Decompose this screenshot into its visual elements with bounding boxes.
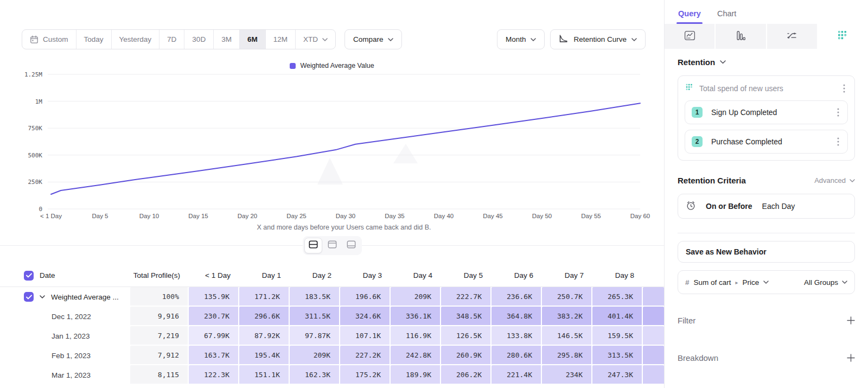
- row-checkbox[interactable]: [24, 292, 34, 302]
- table-row[interactable]: Mar 1, 2023 8,115122.3K151.1K162.3K175.2…: [0, 365, 664, 385]
- table-cell[interactable]: 265.3K: [592, 287, 643, 307]
- column-header-day[interactable]: Day 4: [391, 271, 441, 279]
- chart-top-view-button[interactable]: [323, 238, 341, 253]
- table-cell[interactable]: 364.8K: [492, 307, 542, 326]
- table-row-weighted-average[interactable]: Weighted Average ... 100%135.9K171.2K183…: [0, 287, 664, 307]
- table-cell[interactable]: 295.8K: [542, 346, 592, 365]
- kebab-menu-icon[interactable]: [835, 137, 841, 146]
- table-cell[interactable]: 146.5K: [542, 326, 592, 346]
- table-cell[interactable]: 242.8K: [391, 346, 441, 365]
- table-cell[interactable]: 221.4K: [492, 365, 542, 385]
- split-view-button[interactable]: [304, 238, 322, 253]
- column-header-day[interactable]: Day 3: [340, 271, 391, 279]
- behavior-step-2[interactable]: 2 Purchase Completed: [685, 130, 848, 154]
- table-cell[interactable]: 260.9K: [441, 346, 492, 365]
- table-cell[interactable]: 209K: [391, 287, 441, 307]
- criteria-timing-selector[interactable]: On or Before Each Day: [678, 194, 855, 219]
- advanced-dropdown[interactable]: Advanced: [814, 176, 855, 185]
- table-cell[interactable]: 222.7K: [441, 287, 492, 307]
- bar-chart-tab[interactable]: [716, 24, 767, 49]
- table-cell[interactable]: 87.92K: [239, 326, 290, 346]
- table-cell[interactable]: 324.6K: [340, 307, 391, 326]
- flow-chart-tab[interactable]: [767, 24, 818, 49]
- table-row[interactable]: Dec 1, 2022 9,916230.7K296.6K311.5K324.6…: [0, 307, 664, 326]
- column-header-day[interactable]: < 1 Day: [189, 271, 239, 279]
- total-profiles-cell[interactable]: 9,916: [130, 307, 189, 326]
- range-30d[interactable]: 30D: [184, 30, 214, 49]
- table-cell[interactable]: 383.2K: [542, 307, 592, 326]
- table-cell[interactable]: 250.7K: [542, 287, 592, 307]
- column-header-day[interactable]: Day 2: [290, 271, 340, 279]
- column-header-day[interactable]: Day 1: [239, 271, 290, 279]
- table-cell[interactable]: 116.9K: [391, 326, 441, 346]
- insights-chart-tab[interactable]: [665, 24, 716, 49]
- table-cell[interactable]: 230.7K: [189, 307, 239, 326]
- total-profiles-cell[interactable]: 100%: [130, 287, 189, 307]
- table-cell[interactable]: 183.5K: [290, 287, 340, 307]
- table-cell[interactable]: 206.2K: [441, 365, 492, 385]
- table-cell[interactable]: 311.5K: [290, 307, 340, 326]
- retention-curve-plot[interactable]: 1.25M1M750K500K250K0< 1 DayDay 5Day 10Da…: [0, 57, 664, 237]
- range-7d[interactable]: 7D: [159, 30, 184, 49]
- tab-query[interactable]: Query: [678, 9, 701, 24]
- column-header-day[interactable]: Day 5: [441, 271, 492, 279]
- total-profiles-cell[interactable]: 8,115: [130, 365, 189, 385]
- expand-chevron-icon[interactable]: [40, 295, 45, 298]
- select-all-checkbox[interactable]: [24, 271, 34, 281]
- range-today[interactable]: Today: [76, 30, 112, 49]
- table-cell[interactable]: 163.7K: [189, 346, 239, 365]
- table-cell[interactable]: 135.9K: [189, 287, 239, 307]
- save-as-new-behavior-button[interactable]: Save as New Behavior: [678, 241, 855, 263]
- retention-section-dropdown[interactable]: Retention: [678, 58, 855, 67]
- table-cell[interactable]: 401.4K: [592, 307, 643, 326]
- column-header-date[interactable]: Date: [0, 271, 130, 281]
- granularity-dropdown[interactable]: Month: [497, 29, 545, 49]
- measure-property-dropdown[interactable]: Sum of cart ▸ Price: [694, 278, 769, 287]
- table-cell[interactable]: 189.9K: [391, 365, 441, 385]
- table-cell[interactable]: 151.1K: [239, 365, 290, 385]
- table-cell[interactable]: 296.6K: [239, 307, 290, 326]
- table-cell[interactable]: 162.3K: [290, 365, 340, 385]
- column-header-total-profiles[interactable]: Total Profile(s): [130, 271, 189, 279]
- kebab-menu-icon[interactable]: [841, 84, 847, 93]
- column-header-day[interactable]: Day 6: [492, 271, 542, 279]
- table-cell[interactable]: 348.5K: [441, 307, 492, 326]
- range-xtd[interactable]: XTD: [296, 30, 335, 49]
- kebab-menu-icon[interactable]: [835, 108, 841, 117]
- retention-line-series[interactable]: [51, 103, 640, 194]
- retention-chart[interactable]: Weighted Average Value 1.25M1M750K500K25…: [0, 57, 664, 237]
- chart-type-dropdown[interactable]: Retention Curve: [550, 29, 646, 49]
- column-header-day[interactable]: Day 7: [542, 271, 592, 279]
- table-cell[interactable]: 107.1K: [340, 326, 391, 346]
- add-filter-button[interactable]: [847, 316, 855, 325]
- table-cell[interactable]: 171.2K: [239, 287, 290, 307]
- table-cell[interactable]: 196.6K: [340, 287, 391, 307]
- table-cell[interactable]: 234K: [542, 365, 592, 385]
- table-cell[interactable]: 67.99K: [189, 326, 239, 346]
- range-6m[interactable]: 6M: [240, 30, 266, 49]
- table-cell[interactable]: 227.2K: [340, 346, 391, 365]
- table-cell[interactable]: 209K: [290, 346, 340, 365]
- compare-button[interactable]: Compare: [344, 29, 403, 49]
- all-groups-dropdown[interactable]: All Groups: [804, 278, 847, 287]
- total-profiles-cell[interactable]: 7,219: [130, 326, 189, 346]
- behavior-header[interactable]: Total spend of new users: [685, 82, 848, 95]
- retention-chart-tab[interactable]: [818, 24, 868, 49]
- table-bottom-view-button[interactable]: [342, 238, 360, 253]
- table-cell[interactable]: 195.4K: [239, 346, 290, 365]
- behavior-step-1[interactable]: 1 Sign Up Completed: [685, 100, 848, 124]
- table-cell[interactable]: 97.87K: [290, 326, 340, 346]
- chart-legend[interactable]: Weighted Average Value: [0, 62, 664, 69]
- table-cell[interactable]: 313.5K: [592, 346, 643, 365]
- table-cell[interactable]: 236.6K: [492, 287, 542, 307]
- table-cell[interactable]: 159.5K: [592, 326, 643, 346]
- table-cell[interactable]: 280.6K: [492, 346, 542, 365]
- range-custom[interactable]: Custom: [22, 30, 76, 49]
- range-12m[interactable]: 12M: [266, 30, 296, 49]
- table-cell[interactable]: 175.2K: [340, 365, 391, 385]
- table-cell[interactable]: 336.1K: [391, 307, 441, 326]
- range-yesterday[interactable]: Yesterday: [112, 30, 160, 49]
- table-cell[interactable]: 126.5K: [441, 326, 492, 346]
- table-row[interactable]: Jan 1, 2023 7,21967.99K87.92K97.87K107.1…: [0, 326, 664, 346]
- total-profiles-cell[interactable]: 7,912: [130, 346, 189, 365]
